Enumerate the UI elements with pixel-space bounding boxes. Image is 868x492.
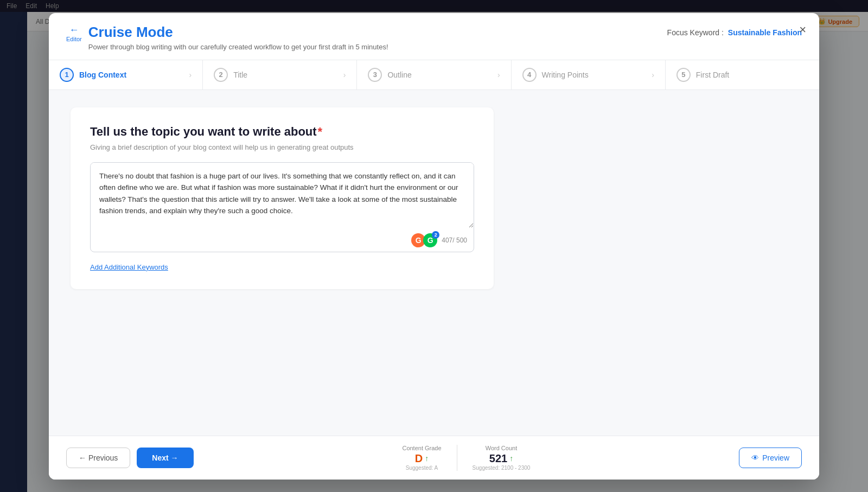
- step-outline[interactable]: 3 Outline ›: [357, 60, 511, 90]
- modal-title: Cruise Mode: [88, 24, 388, 41]
- grade-letter: D: [415, 452, 423, 465]
- footer-metrics: Content Grade D ↑ Suggested: A Word Coun…: [387, 445, 545, 471]
- footer-nav-buttons: ← Previous Next →: [66, 448, 194, 468]
- step-1-chevron-icon: ›: [189, 71, 192, 79]
- focus-keyword-section: Focus Keyword : Sustainable Fashion: [667, 28, 802, 37]
- grammar-check-icon[interactable]: G 2: [423, 233, 437, 247]
- modal-header-left: ← Editor Cruise Mode Power through blog …: [66, 24, 388, 51]
- blog-context-textarea[interactable]: [91, 163, 474, 228]
- back-label: Editor: [66, 36, 82, 42]
- step-5-label: First Draft: [696, 71, 729, 79]
- content-grade-suggested: Suggested: A: [406, 465, 438, 471]
- step-1-number: 1: [60, 68, 74, 82]
- steps-bar: 1 Blog Context › 2 Title › 3 Outline › 4…: [49, 60, 819, 90]
- footer-right: 👁 Preview: [739, 448, 802, 468]
- modal-header: ← Editor Cruise Mode Power through blog …: [49, 13, 819, 60]
- back-arrow-icon: ←: [69, 25, 79, 35]
- content-grade-value: D ↑: [415, 452, 429, 465]
- step-first-draft[interactable]: 5 First Draft: [666, 60, 819, 90]
- grammar-badge-count: 2: [432, 231, 439, 239]
- cruise-mode-modal: ← Editor Cruise Mode Power through blog …: [49, 13, 819, 480]
- modal-close-button[interactable]: ×: [797, 22, 808, 38]
- step-4-number: 4: [522, 68, 537, 82]
- modal-subtitle: Power through blog writing with our care…: [88, 43, 388, 51]
- content-grade-label: Content Grade: [402, 445, 441, 451]
- word-count-number: 521: [489, 452, 507, 465]
- modal-overlay: ← Editor Cruise Mode Power through blog …: [0, 0, 868, 492]
- blog-context-textarea-container: G G 2 407/ 500: [90, 162, 474, 252]
- previous-button[interactable]: ← Previous: [66, 448, 130, 468]
- step-2-chevron-icon: ›: [343, 71, 346, 79]
- step-2-label: Title: [233, 71, 247, 79]
- char-count: 407/ 500: [442, 237, 467, 244]
- step-4-label: Writing Points: [542, 71, 589, 79]
- modal-title-section: Cruise Mode Power through blog writing w…: [88, 24, 388, 51]
- step-title[interactable]: 2 Title ›: [203, 60, 357, 90]
- focus-keyword-value: Sustainable Fashion: [728, 28, 802, 37]
- add-keywords-link[interactable]: Add Additional Keywords: [90, 263, 168, 271]
- content-grade-metric: Content Grade D ↑ Suggested: A: [387, 445, 456, 471]
- next-button[interactable]: Next →: [137, 448, 193, 468]
- word-count-value: 521 ↑: [489, 452, 513, 465]
- preview-button[interactable]: 👁 Preview: [739, 448, 802, 468]
- grade-up-arrow-icon: ↑: [425, 454, 429, 463]
- step-writing-points[interactable]: 4 Writing Points ›: [512, 60, 666, 90]
- modal-footer: ← Previous Next → Content Grade D ↑ Sugg…: [49, 436, 819, 480]
- step-blog-context[interactable]: 1 Blog Context ›: [49, 60, 203, 90]
- step-4-chevron-icon: ›: [652, 71, 654, 79]
- step-3-number: 3: [368, 68, 382, 82]
- word-count-suggested: Suggested: 2100 - 2300: [473, 465, 531, 471]
- tool-icons: G G 2: [411, 233, 437, 247]
- textarea-footer: G G 2 407/ 500: [91, 230, 474, 252]
- step-5-number: 5: [676, 68, 691, 82]
- form-subtitle: Giving a brief description of your blog …: [90, 143, 474, 151]
- required-star: *: [318, 125, 323, 138]
- step-3-label: Outline: [387, 71, 411, 79]
- focus-keyword-label: Focus Keyword :: [667, 28, 724, 37]
- modal-body: Tell us the topic you want to write abou…: [49, 90, 819, 436]
- step-1-label: Blog Context: [79, 71, 126, 79]
- form-heading: Tell us the topic you want to write abou…: [90, 125, 474, 139]
- content-card: Tell us the topic you want to write abou…: [71, 107, 494, 289]
- word-count-metric: Word Count 521 ↑ Suggested: 2100 - 2300: [457, 445, 546, 471]
- step-3-chevron-icon: ›: [497, 71, 500, 79]
- eye-icon: 👁: [751, 453, 759, 462]
- back-to-editor-button[interactable]: ← Editor: [66, 25, 82, 42]
- step-2-number: 2: [214, 68, 228, 82]
- preview-label: Preview: [762, 453, 789, 462]
- word-count-label: Word Count: [486, 445, 518, 451]
- word-count-arrow-icon: ↑: [509, 454, 513, 463]
